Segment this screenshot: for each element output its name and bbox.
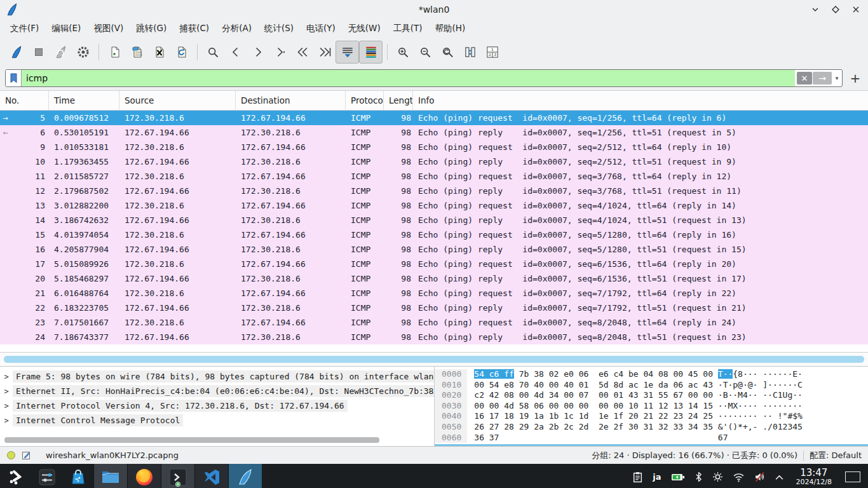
- packet-row[interactable]: 247.186743377172.67.194.66172.30.218.6IC…: [0, 330, 868, 344]
- packet-row[interactable]: 101.179363455172.67.194.66172.30.218.6IC…: [0, 154, 868, 169]
- expand-arrow-icon[interactable]: >: [0, 372, 13, 381]
- vscode-icon[interactable]: [194, 464, 228, 488]
- auto-scroll-icon[interactable]: [336, 41, 359, 64]
- title-bar[interactable]: *wlan0: [0, 0, 868, 19]
- detail-row[interactable]: >Internet Protocol Version 4, Src: 172.3…: [0, 398, 434, 413]
- packet-row[interactable]: 216.016488764172.30.218.6172.67.194.66IC…: [0, 286, 868, 301]
- filter-apply-icon[interactable]: →: [813, 72, 832, 85]
- reload-file-icon[interactable]: [170, 41, 193, 63]
- detail-row[interactable]: >Internet Control Message Protocol: [0, 413, 434, 428]
- capture-options-icon[interactable]: [72, 41, 94, 63]
- go-back-icon[interactable]: [224, 41, 247, 63]
- hex-row[interactable]: 000054 c6 ff 7b 38 02 e0 06 e6 c4 be 04 …: [435, 369, 868, 380]
- menu-item[interactable]: 帮助(H): [428, 20, 471, 37]
- packet-row[interactable]: ←60.530105191172.67.194.66172.30.218.6IC…: [0, 125, 868, 140]
- minimize-button[interactable]: [810, 4, 821, 15]
- packet-row[interactable]: 133.012882200172.30.218.6172.67.194.66IC…: [0, 198, 868, 213]
- details-hscroll-thumb[interactable]: [4, 437, 379, 443]
- layout-123-icon[interactable]: 123: [481, 41, 503, 63]
- profile-selector[interactable]: 配置: Default: [810, 450, 862, 461]
- column-header-protocol[interactable]: Protocol: [346, 91, 384, 110]
- hscroll-track[interactable]: [0, 352, 868, 367]
- expand-arrow-icon[interactable]: >: [0, 416, 13, 425]
- column-header-no[interactable]: No.: [0, 91, 49, 110]
- colorize-icon[interactable]: [359, 41, 383, 64]
- detail-row[interactable]: >Ethernet II, Src: HonHaiPrecis_c4:be:04…: [0, 384, 434, 398]
- start-capture-icon[interactable]: [5, 41, 27, 63]
- packet-row[interactable]: 205.185468297172.67.194.66172.30.218.6IC…: [0, 271, 868, 286]
- hex-row[interactable]: 001000 54 e8 70 40 00 40 01 5d 8d ac 1e …: [435, 380, 868, 391]
- go-forward-icon[interactable]: [247, 41, 269, 63]
- expert-info-icon[interactable]: [6, 451, 16, 460]
- filter-add-button[interactable]: +: [848, 71, 863, 86]
- expand-arrow-icon[interactable]: >: [0, 387, 13, 396]
- menu-item[interactable]: 捕获(C): [173, 20, 215, 37]
- hex-row[interactable]: 006036 3767: [435, 433, 868, 444]
- capture-comment-icon[interactable]: [22, 451, 31, 460]
- menu-item[interactable]: 编辑(E): [45, 20, 87, 37]
- hex-row[interactable]: 003000 00 4d 58 06 00 00 00 00 00 10 11 …: [435, 401, 868, 412]
- menu-item[interactable]: 视图(V): [87, 20, 130, 37]
- packet-row[interactable]: 164.205877904172.67.194.66172.30.218.6IC…: [0, 242, 868, 257]
- packet-row[interactable]: 237.017501667172.30.218.6172.67.194.66IC…: [0, 315, 868, 330]
- hex-row[interactable]: 005026 27 28 29 2a 2b 2c 2d 2e 2f 30 31 …: [435, 422, 868, 433]
- file-manager-icon[interactable]: [93, 464, 127, 488]
- packet-row[interactable]: 154.013974054172.30.218.6172.67.194.66IC…: [0, 227, 868, 242]
- open-file-icon[interactable]: [104, 41, 126, 63]
- menu-item[interactable]: 文件(F): [4, 20, 45, 37]
- restart-capture-icon[interactable]: [50, 41, 72, 63]
- battery-icon[interactable]: [671, 473, 685, 482]
- display-filter-box[interactable]: ✕ → ▾: [5, 69, 843, 87]
- packet-row[interactable]: 143.186742632172.67.194.66172.30.218.6IC…: [0, 213, 868, 227]
- column-header-source[interactable]: Source: [119, 91, 236, 110]
- app-launcher-icon[interactable]: [0, 464, 31, 488]
- packet-row[interactable]: 91.010533181172.30.218.6172.67.194.66ICM…: [0, 140, 868, 154]
- maximize-button[interactable]: [830, 4, 841, 15]
- zoom-in-icon[interactable]: [392, 41, 414, 63]
- menu-item[interactable]: 电话(Y): [300, 20, 342, 37]
- hex-row[interactable]: 004016 17 18 19 1a 1b 1c 1d 1e 1f 20 21 …: [435, 411, 868, 422]
- hscroll-thumb[interactable]: [4, 356, 864, 363]
- resize-columns-icon[interactable]: [459, 41, 481, 63]
- column-header-length[interactable]: Length: [384, 91, 413, 110]
- wifi-icon[interactable]: [733, 472, 745, 482]
- packet-row[interactable]: 175.015089926172.30.218.6172.67.194.66IC…: [0, 257, 868, 271]
- volume-muted-icon[interactable]: [754, 471, 765, 482]
- menu-item[interactable]: 跳转(G): [130, 20, 173, 37]
- bluetooth-icon[interactable]: [695, 471, 703, 482]
- column-header-time[interactable]: Time: [49, 91, 119, 110]
- go-last-icon[interactable]: [313, 41, 336, 63]
- menu-item[interactable]: 统计(S): [258, 20, 300, 37]
- close-button[interactable]: [850, 4, 862, 15]
- terminal-icon[interactable]: [161, 464, 194, 488]
- zoom-out-icon[interactable]: [414, 41, 437, 63]
- firefox-icon[interactable]: [127, 464, 161, 488]
- display-filter-input[interactable]: [22, 70, 795, 86]
- packet-row[interactable]: 122.179687502172.67.194.66172.30.218.6IC…: [0, 184, 868, 198]
- detail-row[interactable]: >Frame 5: 98 bytes on wire (784 bits), 9…: [0, 369, 434, 384]
- stop-capture-icon[interactable]: [27, 41, 50, 63]
- close-file-icon[interactable]: [148, 41, 170, 63]
- expand-tray-icon[interactable]: [775, 474, 784, 480]
- expand-arrow-icon[interactable]: >: [0, 402, 13, 410]
- brightness-icon[interactable]: [712, 471, 723, 482]
- show-desktop-button[interactable]: [845, 471, 860, 482]
- menu-item[interactable]: 工具(T): [387, 20, 429, 37]
- filter-bookmark-icon[interactable]: [6, 70, 22, 86]
- find-packet-icon[interactable]: [202, 41, 224, 63]
- column-header-destination[interactable]: Destination: [236, 91, 346, 110]
- menu-item[interactable]: 无线(W): [342, 20, 387, 37]
- packet-row[interactable]: →50.009678512172.30.218.6172.67.194.66IC…: [0, 111, 868, 125]
- filter-dropdown-icon[interactable]: ▾: [832, 70, 842, 86]
- hex-row[interactable]: 0020c2 42 08 00 4d 34 00 07 00 01 43 31 …: [435, 390, 868, 401]
- taskbar-clock[interactable]: 13:47 2024/12/8: [796, 468, 832, 486]
- zoom-reset-icon[interactable]: [437, 41, 459, 63]
- column-header-info[interactable]: Info: [413, 91, 868, 110]
- packet-row[interactable]: 226.183223705172.67.194.66172.30.218.6IC…: [0, 301, 868, 315]
- go-to-packet-icon[interactable]: [269, 41, 291, 63]
- system-settings-icon[interactable]: [31, 464, 62, 488]
- clipboard-icon[interactable]: [632, 471, 643, 483]
- wireshark-task-icon[interactable]: [228, 464, 262, 488]
- go-first-icon[interactable]: [291, 41, 313, 63]
- save-file-icon[interactable]: 01010110: [126, 41, 148, 63]
